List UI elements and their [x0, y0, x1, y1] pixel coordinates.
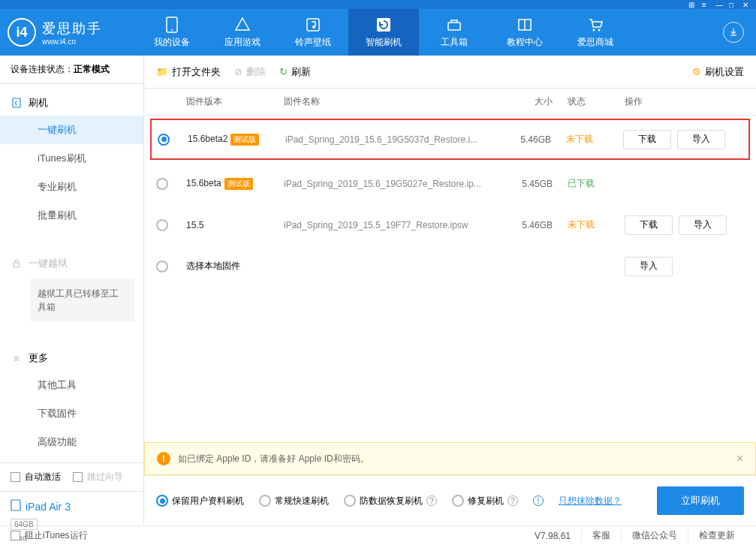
support-link[interactable]: 客服 — [581, 529, 621, 542]
import-button[interactable]: 导入 — [625, 257, 673, 276]
radio[interactable] — [158, 134, 170, 146]
beta-badge: 测试版 — [230, 134, 259, 146]
main: 📁打开文件夹 ⊘删除 ↻刷新 ⚙刷机设置 固件版本 固件名称 大小 状态 操作 … — [144, 56, 756, 525]
update-link[interactable]: 检查更新 — [688, 529, 745, 542]
svg-rect-2 — [307, 19, 319, 31]
table-row[interactable]: 15.5 iPad_Spring_2019_15.5_19F77_Restore… — [144, 204, 756, 245]
titlebar: ⊞ ≡ — □ ✕ — [0, 0, 756, 9]
sidebar: 设备连接状态：正常模式 刷机 一键刷机 iTunes刷机 专业刷机 批量刷机 一… — [0, 56, 144, 525]
checkbox-autoactivate[interactable] — [11, 472, 20, 482]
nav-store[interactable]: 爱思商城 — [560, 9, 631, 56]
flash-now-button[interactable]: 立即刷机 — [657, 486, 744, 515]
gear-icon: ⚙ — [692, 66, 701, 77]
radio[interactable] — [344, 495, 356, 507]
help-icon[interactable]: ? — [508, 495, 518, 506]
sidebar-head-more[interactable]: ≡ 更多 — [0, 345, 143, 371]
delete-icon: ⊘ — [234, 66, 242, 77]
flash-settings-button[interactable]: ⚙刷机设置 — [692, 65, 744, 79]
radio[interactable] — [156, 495, 168, 507]
svg-point-7 — [598, 29, 601, 31]
book-icon — [517, 17, 533, 33]
radio[interactable] — [156, 260, 168, 272]
download-button[interactable]: 下载 — [625, 215, 673, 235]
checkbox-block-itunes[interactable] — [11, 531, 20, 540]
info-icon[interactable]: ! — [533, 495, 544, 506]
table-row[interactable]: 15.6beta测试版 iPad_Spring_2019_15.6_19G502… — [144, 163, 756, 204]
opt-antirecover[interactable]: 防数据恢复刷机? — [344, 495, 437, 507]
connection-status: 设备连接状态：正常模式 — [0, 56, 143, 84]
wechat-link[interactable]: 微信公众号 — [621, 529, 688, 542]
open-folder-button[interactable]: 📁打开文件夹 — [156, 65, 221, 79]
music-icon — [305, 17, 321, 33]
nav: 我的设备 应用游戏 铃声壁纸 智能刷机 工具箱 教程中心 爱思商城 — [137, 9, 718, 56]
sidebar-item-advanced[interactable]: 高级功能 — [0, 428, 143, 456]
erase-link[interactable]: 只想抹除数据？ — [559, 495, 622, 507]
capacity-badge: 64GB — [11, 519, 38, 530]
table-header: 固件版本 固件名称 大小 状态 操作 — [144, 89, 756, 116]
opt-keepdata[interactable]: 保留用户资料刷机 — [156, 495, 244, 507]
nav-tools[interactable]: 工具箱 — [419, 9, 489, 56]
sidebar-head-jailbreak[interactable]: 一键越狱 — [0, 251, 143, 276]
maximize-icon[interactable]: □ — [729, 1, 736, 8]
nav-flash[interactable]: 智能刷机 — [348, 9, 419, 56]
nav-apps[interactable]: 应用游戏 — [207, 9, 278, 56]
sidebar-item-itunes[interactable]: iTunes刷机 — [0, 144, 143, 173]
phone-icon — [164, 17, 180, 33]
sidebar-head-flash[interactable]: 刷机 — [0, 90, 143, 116]
close-icon[interactable]: ✕ — [742, 1, 750, 8]
table-row[interactable]: 15.6beta2测试版 iPad_Spring_2019_15.6_19G50… — [150, 119, 750, 160]
sidebar-checks: 自动激活 跳过向导 — [0, 462, 143, 491]
sidebar-item-othertools[interactable]: 其他工具 — [0, 371, 143, 399]
close-notice-button[interactable]: × — [736, 452, 743, 465]
refresh-button[interactable]: ↻刷新 — [279, 65, 311, 79]
tablet-icon — [11, 499, 21, 513]
checkbox-skipguide[interactable] — [73, 472, 83, 482]
opt-repair[interactable]: 修复刷机? — [452, 495, 518, 507]
cart-icon — [587, 17, 604, 33]
svg-rect-4 — [377, 18, 390, 32]
sidebar-item-batch[interactable]: 批量刷机 — [0, 201, 143, 230]
svg-rect-10 — [11, 500, 20, 510]
folder-icon: 📁 — [156, 66, 168, 77]
lock-icon — [11, 257, 23, 269]
radio[interactable] — [156, 178, 168, 190]
delete-button[interactable]: ⊘删除 — [234, 65, 266, 79]
radio[interactable] — [452, 495, 464, 507]
radio[interactable] — [259, 495, 271, 507]
nav-mydevice[interactable]: 我的设备 — [137, 9, 207, 56]
svg-point-1 — [171, 29, 173, 31]
flash-icon — [11, 97, 23, 109]
svg-point-3 — [312, 26, 315, 29]
minimize-icon[interactable]: — — [715, 1, 723, 8]
app-icon — [234, 17, 251, 33]
toolbox-icon — [446, 17, 462, 33]
header: i4 爱思助手 www.i4.cn 我的设备 应用游戏 铃声壁纸 智能刷机 工具… — [0, 9, 756, 56]
radio[interactable] — [156, 219, 168, 231]
nav-ringtones[interactable]: 铃声壁纸 — [278, 9, 348, 56]
logo-icon: i4 — [8, 18, 36, 47]
app-url: www.i4.cn — [42, 38, 102, 46]
menu-icon[interactable]: ≡ — [702, 1, 709, 8]
import-button[interactable]: 导入 — [677, 130, 725, 149]
download-button[interactable]: 下载 — [623, 130, 671, 149]
nav-tutorial[interactable]: 教程中心 — [489, 9, 560, 56]
table-row-local[interactable]: 选择本地固件 导入 — [144, 245, 756, 287]
sidebar-item-oneclick[interactable]: 一键刷机 — [0, 116, 143, 144]
refresh-icon: ↻ — [279, 66, 288, 77]
opt-normal[interactable]: 常规快速刷机 — [259, 495, 329, 507]
notice-bar: ! 如已绑定 Apple ID，请准备好 Apple ID和密码。 × — [144, 442, 756, 475]
beta-badge: 测试版 — [224, 178, 253, 190]
more-icon: ≡ — [11, 352, 23, 364]
sidebar-item-download[interactable]: 下载固件 — [0, 399, 143, 428]
download-icon — [723, 22, 744, 43]
logo[interactable]: i4 爱思助手 www.i4.cn — [8, 18, 137, 47]
help-icon[interactable]: ? — [426, 495, 437, 506]
import-button[interactable]: 导入 — [679, 215, 727, 235]
grid-icon[interactable]: ⊞ — [688, 1, 696, 8]
app-name: 爱思助手 — [42, 20, 102, 38]
header-download[interactable] — [718, 22, 748, 43]
refresh-icon — [375, 17, 392, 33]
sidebar-item-pro[interactable]: 专业刷机 — [0, 173, 143, 201]
svg-rect-9 — [14, 263, 20, 267]
svg-point-6 — [593, 29, 595, 31]
